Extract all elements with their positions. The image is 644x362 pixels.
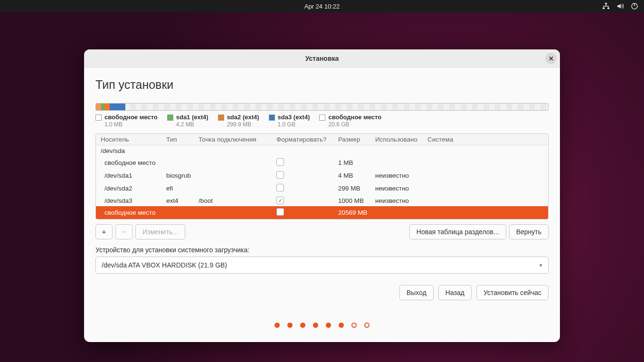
cell-device: свободное место [101,159,166,166]
col-format: Форматировать? [276,136,338,143]
legend-text: свободное место20.6 GB [328,114,381,128]
table-header: Носитель Тип Точка подключения Форматиро… [96,134,548,145]
partbar-sda2 [104,104,109,110]
change-partition-button[interactable]: Изменить... [135,224,185,239]
format-checkbox[interactable] [276,158,284,166]
col-system: Система [427,136,543,143]
bootloader-value: /dev/sda ATA VBOX HARDDISK (21.9 GB) [102,261,227,269]
remove-partition-button[interactable]: − [115,224,133,239]
volume-icon[interactable] [616,2,624,10]
cell-used: неизвестно [375,185,427,192]
format-checkbox[interactable] [276,184,284,191]
cell-format [276,184,338,193]
cell-device: /dev/sda3 [101,197,166,204]
legend-item: свободное место20.6 GB [319,114,381,128]
cell-type: biosgrub [166,172,199,179]
partbar-free1 [96,104,101,110]
quit-button[interactable]: Выход [399,285,434,300]
nav-buttons: Выход Назад Установить сейчас [95,285,549,300]
cell-format [276,197,338,205]
table-row[interactable]: свободное место1 MB [96,156,548,169]
page-title: Тип установки [95,78,549,92]
back-button[interactable]: Назад [438,285,472,300]
format-checkbox[interactable] [276,197,284,204]
close-button[interactable]: ✕ [545,53,557,64]
legend-item: sda1 (ext4)4.2 MB [167,114,208,128]
partition-table: Носитель Тип Точка подключения Форматиро… [95,133,549,220]
partbar-sda3 [110,104,125,110]
cell-format [276,208,338,217]
legend-text: sda1 (ext4)4.2 MB [176,114,208,128]
col-used: Использовано [375,136,427,143]
legend-name: sda1 (ext4) [176,114,208,121]
new-table-button[interactable]: Новая таблица разделов... [409,224,506,239]
legend-item: sda2 (ext4)299.9 MB [218,114,259,128]
col-size: Размер [338,136,375,143]
page-dot [313,323,318,328]
install-button[interactable]: Установить сейчас [476,285,549,300]
col-type: Тип [166,136,199,143]
cell-format [276,171,338,180]
svg-rect-1 [603,8,605,9]
cell-format [276,158,338,167]
revert-button[interactable]: Вернуть [509,224,549,239]
installer-window: Установка ✕ Тип установки свободное мест… [84,49,560,342]
page-dot [351,323,357,328]
chevron-down-icon: ▾ [540,262,542,268]
cell-device: /dev/sda2 [101,185,166,192]
cell-size: 299 MB [338,185,375,192]
cell-size: 20569 MB [338,209,375,216]
add-partition-button[interactable]: + [95,224,113,239]
page-dot [287,323,293,328]
legend-text: свободное место1.0 MB [104,114,158,128]
partition-toolbar: + − Изменить... Новая таблица разделов..… [95,224,549,239]
table-row[interactable]: свободное место20569 MB [96,206,548,219]
legend-name: sda3 (ext4) [278,114,310,121]
page-dot [275,323,280,328]
titlebar: Установка ✕ [84,49,560,67]
col-mount: Точка подключения [199,136,276,143]
format-checkbox[interactable] [276,208,284,216]
legend-swatch [218,114,224,121]
format-checkbox[interactable] [276,171,284,179]
cell-used: неизвестно [375,197,427,204]
cell-size: 4 MB [338,172,375,179]
partition-legend: свободное место1.0 MBsda1 (ext4)4.2 MBsd… [95,114,549,128]
cell-size: 1 MB [338,159,375,166]
legend-name: sda2 (ext4) [227,114,259,121]
cell-type: efi [166,185,199,192]
cell-used: неизвестно [375,172,427,179]
legend-size: 299.9 MB [227,121,259,128]
legend-size: 20.6 GB [328,121,381,128]
legend-size: 4.2 MB [176,121,208,128]
page-dot [326,323,331,328]
legend-swatch [167,114,173,121]
legend-swatch [95,114,102,121]
legend-item: свободное место1.0 MB [95,114,158,128]
cell-size: 1000 MB [338,197,375,204]
disk-row[interactable]: /dev/sda [96,145,548,156]
window-title: Установка [305,55,339,62]
table-row[interactable]: /dev/sda3ext4/boot1000 MBнеизвестно [96,195,548,207]
legend-name: свободное место [104,114,158,121]
bootloader-label: Устройство для установки системного загр… [95,246,549,254]
legend-text: sda2 (ext4)299.9 MB [227,114,259,128]
page-dot [300,323,305,328]
legend-swatch [269,114,275,121]
top-bar: Apr 24 10:22 [0,0,644,12]
svg-rect-2 [607,8,609,9]
bootloader-dropdown[interactable]: /dev/sda ATA VBOX HARDDISK (21.9 GB) ▾ [95,257,549,274]
page-dot [364,323,369,328]
table-row[interactable]: /dev/sda2efi299 MBнеизвестно [96,182,548,195]
power-icon[interactable] [631,2,638,10]
partition-bar [95,103,549,111]
legend-item: sda3 (ext4)1.0 GB [269,114,310,128]
legend-text: sda3 (ext4)1.0 GB [278,114,310,128]
table-row[interactable]: /dev/sda1biosgrub4 MBнеизвестно [96,169,548,182]
legend-name: свободное место [328,114,381,121]
close-icon: ✕ [549,55,554,62]
legend-swatch [319,114,325,121]
content: Тип установки свободное место1.0 MBsda1 … [84,67,560,311]
network-icon[interactable] [602,2,610,10]
cell-mount: /boot [199,197,276,204]
